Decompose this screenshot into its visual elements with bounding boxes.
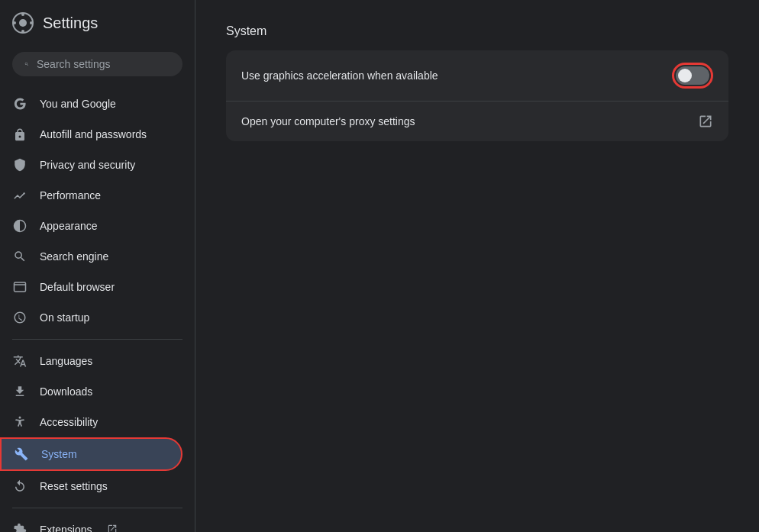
sidebar-item-label: Appearance [40,220,98,232]
google-icon [12,96,27,111]
sidebar-item-you-and-google[interactable]: You and Google [0,89,182,119]
main-content: System Use graphics acceleration when av… [195,0,759,532]
svg-point-2 [21,13,24,16]
sidebar-item-languages[interactable]: Languages [0,346,182,376]
sidebar-header: Settings [0,0,195,46]
sidebar-item-label: Reset settings [40,480,108,492]
sidebar-item-privacy[interactable]: Privacy and security [0,150,182,180]
sidebar-item-on-startup[interactable]: On startup [0,302,182,333]
languages-icon [12,353,27,369]
autofill-icon [12,127,27,142]
sidebar-item-reset-settings[interactable]: Reset settings [0,471,182,501]
startup-icon [12,310,27,325]
extensions-icon [12,522,27,532]
sidebar-item-label: Languages [40,355,92,367]
reset-icon [12,479,27,494]
sidebar: Settings You and Google Auto [0,0,195,532]
graphics-acceleration-row: Use graphics acceleration when available [226,50,728,102]
settings-card: Use graphics acceleration when available… [226,50,728,141]
graphics-acceleration-toggle[interactable] [676,66,709,85]
graphics-acceleration-label: Use graphics acceleration when available [241,69,438,82]
sidebar-item-accessibility[interactable]: Accessibility [0,407,182,437]
search-engine-icon [12,249,27,264]
sidebar-item-label: Performance [40,189,101,202]
search-input[interactable] [37,58,170,70]
sidebar-item-label: Extensions [40,524,92,532]
svg-rect-8 [15,282,26,292]
default-browser-icon [12,279,27,295]
sidebar-item-label: Search engine [40,250,108,263]
search-bar-container [0,46,195,89]
sidebar-item-label: Accessibility [40,416,98,428]
sidebar-item-autofill[interactable]: Autofill and passwords [0,119,182,150]
sidebar-item-label: You and Google [40,98,116,110]
svg-point-3 [21,30,24,33]
sidebar-item-downloads[interactable]: Downloads [0,376,182,407]
toggle-slider [676,66,709,85]
sidebar-item-default-browser[interactable]: Default browser [0,272,182,302]
nav-divider [12,339,182,340]
external-link-icon [698,114,713,129]
nav-divider-2 [12,508,182,508]
sidebar-item-search-engine[interactable]: Search engine [0,241,182,272]
sidebar-item-appearance[interactable]: Appearance [0,211,182,241]
downloads-icon [12,384,27,399]
external-link-small-icon [107,524,118,533]
svg-point-10 [19,417,21,419]
system-icon [14,447,29,462]
sidebar-item-label: Downloads [40,385,92,398]
svg-point-1 [19,19,27,27]
settings-logo-icon [12,12,34,34]
sidebar-item-label: Privacy and security [40,159,135,171]
proxy-settings-label: Open your computer's proxy settings [241,115,415,127]
sidebar-item-system[interactable]: System [0,437,182,471]
svg-point-6 [24,192,25,194]
section-title: System [226,24,728,38]
sidebar-item-label: On startup [40,311,89,324]
sidebar-item-label: Default browser [40,281,115,293]
appearance-icon [12,218,27,234]
performance-icon [12,188,27,203]
sidebar-item-extensions[interactable]: Extensions [0,514,182,532]
svg-point-4 [13,21,16,24]
search-bar[interactable] [12,52,182,76]
nav-list: You and Google Autofill and passwords Pr… [0,89,195,532]
sidebar-item-performance[interactable]: Performance [0,180,182,211]
sidebar-item-label: System [41,448,77,460]
proxy-settings-row[interactable]: Open your computer's proxy settings [226,102,728,141]
sidebar-title: Settings [43,15,98,32]
svg-point-5 [30,21,33,24]
search-icon [24,58,29,70]
shield-icon [12,157,27,172]
accessibility-icon [12,414,27,430]
sidebar-item-label: Autofill and passwords [40,128,147,140]
